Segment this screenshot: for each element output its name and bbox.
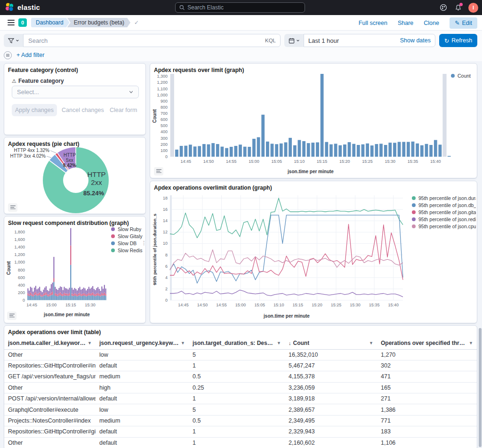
table-cell[interactable]: 3,236,059 xyxy=(285,382,377,393)
table-cell[interactable]: low xyxy=(96,404,189,415)
panel-title[interactable]: Apdex requests (pie chart) xyxy=(8,141,79,147)
table-cell[interactable]: 1,270 xyxy=(377,349,477,360)
table-row[interactable]: GraphqlController#executelow52,389,6571,… xyxy=(4,404,477,415)
table-cell[interactable]: 2,160,602 xyxy=(285,437,377,448)
full-screen-button[interactable]: Full screen xyxy=(359,20,387,26)
space-avatar[interactable]: 0 xyxy=(18,18,27,27)
legend-item-redis[interactable]: 95th percentile of json.redi... xyxy=(412,216,476,222)
table-cell[interactable]: 3,189,918 xyxy=(285,393,377,404)
table-row[interactable]: POST /api/:version/internal/alloweddefau… xyxy=(4,393,477,404)
time-range-value[interactable]: Last 1 hour xyxy=(308,37,339,44)
table-cell[interactable]: 771 xyxy=(377,415,477,426)
table-cell[interactable]: Projects::NotesController#index xyxy=(4,415,96,426)
table-cell[interactable]: default xyxy=(96,393,189,404)
table-cell[interactable]: 16,352,010 xyxy=(285,349,377,360)
table-cell[interactable]: 1 xyxy=(189,393,285,404)
table-cell[interactable]: 0.5 xyxy=(189,371,285,382)
breadcrumb-check-icon[interactable]: ✓ xyxy=(134,19,139,26)
legend-actions-icon[interactable]: ⋮ xyxy=(141,240,146,246)
table-cell[interactable]: Repositories::GitHttpController#git_upl.… xyxy=(4,426,96,437)
table-cell[interactable]: Other xyxy=(4,437,96,448)
table-cell[interactable]: medium xyxy=(96,415,189,426)
show-dates-button[interactable]: Show dates xyxy=(400,37,431,44)
legend-item-slow-gitaly[interactable]: Slow Gitaly⋮ xyxy=(111,233,146,239)
table-cell[interactable]: Repositories::GitHttpController#info_ref… xyxy=(4,360,96,371)
table-cell[interactable]: 271 xyxy=(377,393,477,404)
table-cell[interactable]: default xyxy=(96,437,189,448)
legend-item-count[interactable]: Count xyxy=(451,73,471,79)
global-search[interactable] xyxy=(175,2,305,13)
table-cell[interactable]: 0.5 xyxy=(189,415,285,426)
table-cell[interactable]: 2,389,657 xyxy=(285,404,377,415)
panel-title[interactable]: Apdex operations over limit (table) xyxy=(8,329,101,336)
table-cell[interactable]: Other xyxy=(4,349,96,360)
column-header-target-duration[interactable]: json.target_duration_s: Descending▼ xyxy=(189,337,285,349)
table-cell[interactable]: 1 xyxy=(189,426,285,437)
table-row[interactable]: Otherdefault12,160,6021,106 xyxy=(4,437,477,448)
legend-toggle-icon[interactable] xyxy=(7,312,16,320)
legend-item-slow-db[interactable]: Slow DB⋮ xyxy=(111,240,146,246)
legend-item-gitaly[interactable]: 95th percentile of json.gital... xyxy=(412,209,476,215)
table-cell[interactable]: 1,106 xyxy=(377,437,477,448)
table-cell[interactable]: 1,386 xyxy=(377,404,477,415)
table-cell[interactable]: 1 xyxy=(189,360,285,371)
apply-changes-button[interactable]: Apply changes xyxy=(12,104,57,116)
cancel-changes-button[interactable]: Cancel changes xyxy=(62,104,104,116)
column-header-count[interactable]: ↓Count▼ xyxy=(285,337,377,349)
global-search-input[interactable] xyxy=(187,4,301,11)
kql-search-input[interactable] xyxy=(28,37,264,44)
breadcrumb-current[interactable]: Error budgets (beta) xyxy=(67,18,130,27)
cloud-deployment-icon[interactable] xyxy=(439,3,448,12)
elastic-logo[interactable]: elastic xyxy=(5,2,40,12)
table-cell[interactable]: 1 xyxy=(189,437,285,448)
filter-set-menu-icon[interactable] xyxy=(4,51,12,59)
table-row[interactable]: Repositories::GitHttpController#info_ref… xyxy=(4,360,477,371)
kql-language-button[interactable]: KQL xyxy=(265,38,276,43)
legend-toggle-icon[interactable] xyxy=(8,203,17,212)
clear-form-button[interactable]: Clear form xyxy=(110,104,137,116)
column-header-urgency[interactable]: json.request_urgency.keyword: Des...▼ xyxy=(96,337,189,349)
column-header-caller-id[interactable]: json.meta.caller_id.keyword: Desce...▼ xyxy=(4,337,96,349)
add-filter-button[interactable]: + Add filter xyxy=(16,52,44,58)
table-cell[interactable]: 5 xyxy=(189,349,285,360)
table-cell[interactable]: POST /api/:version/internal/allowed xyxy=(4,393,96,404)
feature-category-select[interactable]: Select... xyxy=(12,86,139,98)
menu-hamburger-icon[interactable] xyxy=(8,20,15,25)
column-header-operations-over-threshold[interactable]: Operations over specified threshold...▼ xyxy=(377,337,477,349)
clone-button[interactable]: Clone xyxy=(424,20,439,26)
legend-item-duration[interactable]: 95th percentile of json.dura... xyxy=(412,195,476,201)
table-cell[interactable]: 302 xyxy=(377,360,477,371)
table-cell[interactable]: 0.25 xyxy=(189,382,285,393)
table-cell[interactable]: 471 xyxy=(377,371,477,382)
table-cell[interactable]: 183 xyxy=(377,426,477,437)
table-cell[interactable]: Other xyxy=(4,382,96,393)
date-quick-select-button[interactable] xyxy=(284,34,304,47)
share-button[interactable]: Share xyxy=(398,20,413,26)
table-cell[interactable]: 2,349,495 xyxy=(285,415,377,426)
legend-item-slow-ruby[interactable]: Slow Ruby⋮ xyxy=(111,226,146,232)
page-scrollbar[interactable] xyxy=(479,328,482,447)
table-cell[interactable]: medium xyxy=(96,371,189,382)
kql-search-bar[interactable]: KQL xyxy=(23,34,281,47)
table-row[interactable]: Otherlow516,352,0101,270 xyxy=(4,349,477,360)
table-cell[interactable]: 165 xyxy=(377,382,477,393)
table-cell[interactable]: 5 xyxy=(189,404,285,415)
edit-button[interactable]: ✎Edit xyxy=(450,17,477,29)
table-cell[interactable]: 4,155,378 xyxy=(285,371,377,382)
panel-title[interactable]: Feature category (control) xyxy=(8,67,78,73)
user-avatar[interactable]: I xyxy=(468,3,478,13)
table-row[interactable]: Otherhigh0.253,236,059165 xyxy=(4,382,477,393)
legend-item-slow-redis[interactable]: Slow Redis⋮ xyxy=(111,247,146,253)
table-cell[interactable]: GraphqlController#execute xyxy=(4,404,96,415)
table-row[interactable]: Repositories::GitHttpController#git_upl.… xyxy=(4,426,477,437)
table-cell[interactable]: high xyxy=(96,382,189,393)
legend-item-cpu[interactable]: 95th percentile of json.cpu_s xyxy=(412,224,476,229)
table-row[interactable]: GET /api/:version/feature_flags/unleash.… xyxy=(4,371,477,382)
table-cell[interactable]: low xyxy=(96,349,189,360)
table-cell[interactable]: 5,467,247 xyxy=(285,360,377,371)
breadcrumb-dashboard[interactable]: Dashboard xyxy=(31,18,70,27)
table-row[interactable]: Projects::NotesController#indexmedium0.5… xyxy=(4,415,477,426)
newsfeed-bell-icon[interactable] xyxy=(454,3,462,12)
table-cell[interactable]: default xyxy=(96,426,189,437)
table-cell[interactable]: GET /api/:version/feature_flags/unleash.… xyxy=(4,371,96,382)
